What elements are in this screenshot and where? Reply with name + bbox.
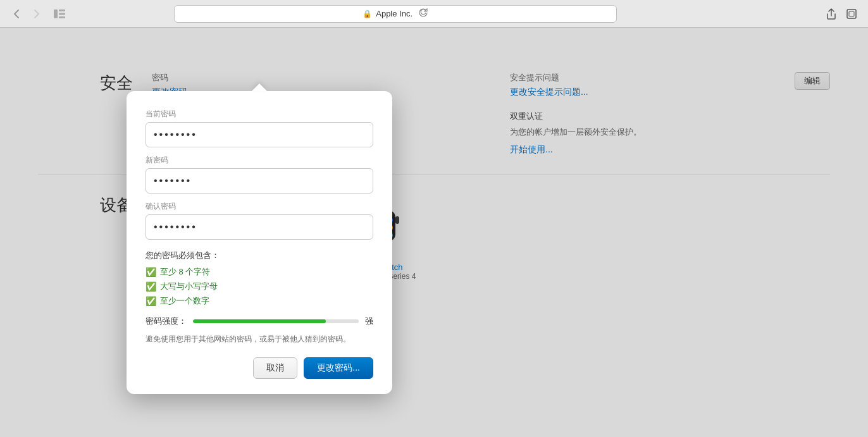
url-text: Apple Inc. (376, 9, 412, 18)
current-password-label: 当前密码 (146, 109, 373, 120)
address-bar[interactable]: 🔒 Apple Inc. (174, 5, 617, 23)
share-button[interactable] (822, 5, 840, 23)
confirm-password-input[interactable] (146, 214, 373, 240)
req-item-1: ✅ 至少 8 个字符 (146, 266, 373, 278)
confirm-password-group: 确认密码 (146, 201, 373, 240)
strength-bar (193, 319, 326, 323)
strength-value: 强 (365, 316, 373, 327)
confirm-password-label: 确认密码 (146, 201, 373, 212)
requirements-title: 您的密码必须包含： (146, 250, 373, 261)
svg-rect-0 (54, 9, 58, 18)
strength-bar-container (193, 319, 359, 323)
req-check-3: ✅ (146, 296, 156, 306)
nav-buttons (8, 5, 46, 23)
current-password-group: 当前密码 (146, 109, 373, 147)
password-requirements: 您的密码必须包含： ✅ 至少 8 个字符 ✅ 大写与小写字母 ✅ 至少一个数字 (146, 250, 373, 307)
current-password-input[interactable] (146, 122, 373, 147)
forward-button[interactable] (28, 5, 46, 23)
req-check-1: ✅ (146, 267, 156, 277)
req-item-2: ✅ 大写与小写字母 (146, 281, 373, 292)
req-text-2: 大写与小写字母 (160, 281, 218, 292)
svg-rect-4 (847, 9, 856, 18)
cancel-button[interactable]: 取消 (253, 357, 297, 379)
lock-icon: 🔒 (363, 9, 372, 18)
svg-rect-3 (59, 16, 65, 18)
modal-arrow (252, 83, 267, 91)
req-item-3: ✅ 至少一个数字 (146, 295, 373, 307)
svg-rect-5 (849, 11, 854, 16)
new-tab-button[interactable] (843, 5, 860, 23)
new-password-input[interactable] (146, 168, 373, 194)
sidebar-button[interactable] (51, 5, 68, 23)
reload-button[interactable] (419, 8, 428, 19)
submit-button[interactable]: 更改密码... (304, 357, 373, 379)
svg-rect-2 (59, 13, 65, 15)
page-content: 安全 密码 更改密码... 安全提示问题 更改安全提示问题... 编辑 (0, 28, 868, 437)
svg-rect-1 (59, 9, 65, 11)
req-text-1: 至少 8 个字符 (160, 266, 210, 278)
change-password-modal: 当前密码 新密码 确认密码 您的密码必须包含： ✅ 至少 8 个字符 ✅ (127, 91, 392, 394)
strength-label: 密码强度： (146, 316, 187, 327)
req-text-3: 至少一个数字 (160, 295, 209, 307)
warning-text: 避免使用您用于其他网站的密码，或易于被他人猜到的密码。 (146, 333, 373, 345)
req-check-2: ✅ (146, 281, 156, 292)
modal-overlay: 当前密码 新密码 确认密码 您的密码必须包含： ✅ 至少 8 个字符 ✅ (0, 28, 868, 437)
toolbar-right (822, 5, 860, 23)
new-password-label: 新密码 (146, 155, 373, 166)
new-password-group: 新密码 (146, 155, 373, 194)
back-button[interactable] (8, 5, 25, 23)
strength-row: 密码强度： 强 (146, 316, 373, 327)
browser-chrome: 🔒 Apple Inc. (0, 0, 868, 28)
modal-buttons: 取消 更改密码... (146, 357, 373, 379)
